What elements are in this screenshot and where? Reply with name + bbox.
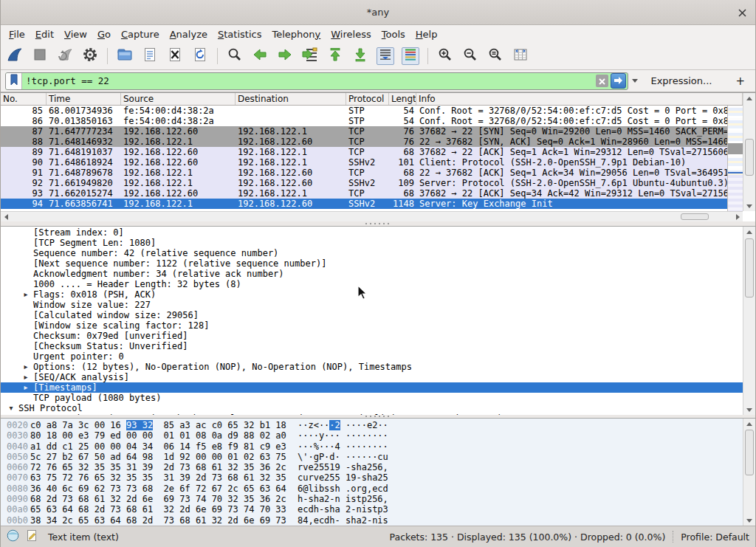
colorize-toggle[interactable] [402, 47, 419, 65]
detail-line[interactable]: [Stream index: 0] [1, 227, 743, 238]
packet-row[interactable]: 9471.663856741192.168.122.1192.168.122.6… [1, 199, 727, 209]
hex-row[interactable]: 008036 40 6c 69 62 73 73 68 2e 6f 72 67 … [1, 484, 743, 494]
restart-capture-button[interactable] [56, 47, 74, 65]
col-header-info[interactable]: Info [416, 93, 743, 105]
display-filter-input[interactable] [22, 73, 596, 89]
col-header-length[interactable]: Length [389, 93, 416, 105]
save-file-button[interactable] [141, 47, 159, 65]
title-bar[interactable]: *any [1, 0, 755, 25]
detail-line[interactable]: ▸Flags: 0x018 (PSH, ACK) [1, 289, 743, 300]
detail-line[interactable]: ▾SSH Protocol [1, 403, 743, 413]
detail-line[interactable]: TCP payload (1080 bytes) [1, 393, 743, 403]
hex-row[interactable]: 00505c 27 b2 67 50 ad 64 98 1d 92 00 00 … [1, 452, 743, 462]
menu-wireless[interactable]: Wireless [326, 27, 376, 41]
scroll-down-icon[interactable] [743, 405, 755, 415]
zoom-100-button[interactable] [487, 47, 504, 65]
packet-row[interactable]: 8771.647777234192.168.122.60192.168.122.… [1, 126, 727, 137]
packet-row[interactable]: 9071.648618924192.168.122.60192.168.122.… [1, 157, 727, 168]
detail-line[interactable]: Window size value: 227 [1, 300, 743, 310]
details-vscrollbar[interactable] [743, 227, 755, 415]
detail-line[interactable]: Urgent pointer: 0 [1, 351, 743, 362]
tree-expander-icon[interactable]: ▸ [21, 372, 30, 382]
zoom-out-button[interactable] [461, 47, 479, 65]
detail-line[interactable]: Acknowledgment number: 34 (relative ack … [1, 269, 743, 279]
packet-row[interactable]: 9171.648789678192.168.122.1192.168.122.6… [1, 168, 727, 178]
go-to-packet-button[interactable] [301, 47, 319, 65]
menu-tools[interactable]: Tools [377, 27, 410, 41]
detail-line[interactable]: [TCP Segment Len: 1080] [1, 238, 743, 248]
menu-capture[interactable]: Capture [116, 27, 165, 41]
packet-row[interactable]: 9271.661949820192.168.122.1192.168.122.6… [1, 178, 727, 188]
display-filter-field[interactable] [5, 72, 628, 90]
hex-row[interactable]: 0040a1 dd c1 25 00 00 04 34 06 14 f5 e8 … [1, 441, 743, 452]
close-file-button[interactable] [166, 47, 184, 65]
detail-line[interactable]: [Checksum Status: Unverified] [1, 341, 743, 351]
detail-line[interactable]: Checksum: 0x79ed [unverified] [1, 331, 743, 341]
packet-row[interactable]: 8871.648146932192.168.122.1192.168.122.6… [1, 137, 727, 147]
detail-line[interactable]: ▸[Timestamps] [1, 382, 743, 393]
go-back-button[interactable] [251, 47, 269, 65]
filter-clear-button[interactable] [596, 75, 608, 87]
go-top-button[interactable] [326, 47, 344, 65]
scroll-up-icon[interactable] [743, 227, 755, 237]
resize-columns-button[interactable] [512, 47, 529, 65]
find-packet-button[interactable] [226, 47, 244, 65]
open-file-button[interactable] [116, 47, 134, 65]
detail-line[interactable]: [Next sequence number: 1122 (relative se… [1, 258, 743, 269]
menu-statistics[interactable]: Statistics [213, 27, 267, 41]
packet-row[interactable]: 8670.013850163fe:54:00:d4:38:2aSTP54Conf… [1, 116, 727, 126]
expert-info-button[interactable] [7, 529, 19, 544]
scroll-right-icon[interactable] [732, 212, 743, 221]
filter-apply-button[interactable] [611, 73, 626, 89]
hex-row[interactable]: 00a065 63 64 68 2d 73 68 61 32 2d 6e 69 … [1, 504, 743, 515]
scroll-down-icon[interactable] [743, 515, 755, 526]
scroll-up-icon[interactable] [743, 419, 755, 429]
scrollbar-thumb[interactable] [745, 238, 754, 297]
packet-row[interactable]: 8568.001734936fe:54:00:d4:38:2aSTP54Conf… [1, 106, 727, 116]
col-header-source[interactable]: Source [121, 93, 236, 105]
menu-analyze[interactable]: Analyze [165, 27, 213, 41]
scrollbar-thumb[interactable] [681, 213, 709, 220]
scrollbar-thumb[interactable] [745, 139, 754, 176]
hex-row[interactable]: 003080 18 00 e3 79 ed 00 00 01 01 08 0a … [1, 430, 743, 441]
packet-minimap[interactable] [727, 106, 743, 211]
packet-list-hscrollbar[interactable] [1, 211, 743, 221]
capture-options-button[interactable] [81, 47, 99, 65]
start-capture-button[interactable] [6, 47, 24, 65]
filter-bookmark-button[interactable] [6, 73, 22, 89]
menu-telephony[interactable]: Telephony [267, 27, 326, 41]
scroll-left-icon[interactable] [1, 212, 11, 221]
detail-line[interactable]: ▸SSH Version 2 (encryption:chacha20-poly… [1, 413, 743, 415]
col-header-destination[interactable]: Destination [236, 93, 346, 105]
menu-edit[interactable]: Edit [30, 27, 59, 41]
tree-expander-icon[interactable]: ▸ [21, 382, 30, 393]
detail-line[interactable]: ▸Options: (12 bytes), No-Operation (NOP)… [1, 362, 743, 372]
menu-go[interactable]: Go [92, 27, 116, 41]
filter-history-dropdown[interactable] [632, 79, 638, 83]
scroll-down-icon[interactable] [743, 201, 755, 211]
detail-line[interactable]: Sequence number: 42 (relative sequence n… [1, 248, 743, 258]
menu-file[interactable]: File [4, 27, 30, 41]
scroll-up-icon[interactable] [743, 93, 755, 103]
auto-scroll-toggle[interactable] [377, 47, 394, 65]
tree-expander-icon[interactable]: ▸ [21, 362, 30, 372]
menu-view[interactable]: View [59, 27, 92, 41]
filter-add-button[interactable]: + [729, 75, 751, 88]
go-forward-button[interactable] [276, 47, 294, 65]
detail-line[interactable]: [Window size scaling factor: 128] [1, 320, 743, 331]
hex-row[interactable]: 006072 76 65 32 35 35 31 39 2d 73 68 61 … [1, 462, 743, 472]
reload-file-button[interactable] [191, 47, 209, 65]
packet-list-vscrollbar[interactable] [743, 93, 755, 211]
scrollbar-thumb[interactable] [745, 430, 754, 475]
zoom-in-button[interactable] [436, 47, 454, 65]
detail-line[interactable]: 1000 .... = Header Length: 32 bytes (8) [1, 279, 743, 289]
capture-comment-button[interactable] [26, 529, 38, 544]
detail-line[interactable]: ▸[SEQ/ACK analysis] [1, 372, 743, 382]
close-button[interactable] [736, 7, 748, 18]
expression-button[interactable]: Expression... [650, 75, 712, 86]
col-header-protocol[interactable]: Protocol [346, 93, 389, 105]
hex-row[interactable]: 0020c0 a8 7a 3c 00 16 93 32 85 a3 ac c0 … [1, 420, 743, 430]
tree-expander-icon[interactable]: ▾ [7, 403, 16, 413]
stop-capture-button[interactable] [31, 47, 49, 65]
tree-expander-icon[interactable]: ▸ [21, 413, 30, 415]
